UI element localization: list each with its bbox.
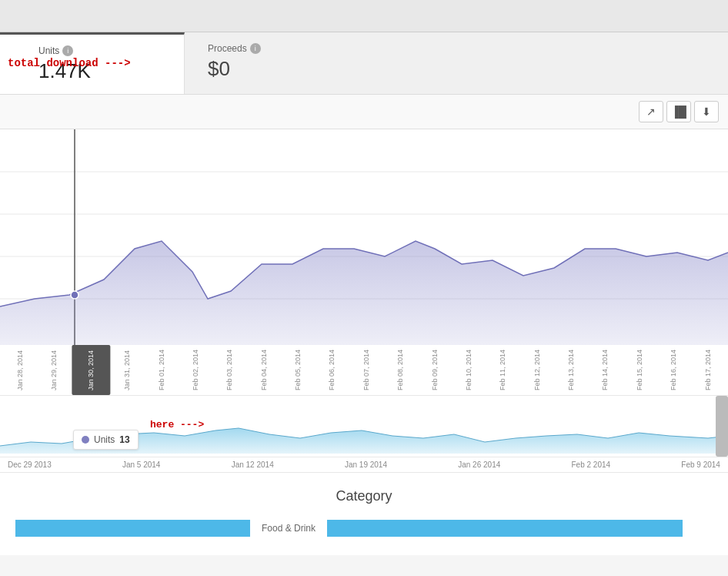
stats-row: total download ---> Units i 1.47K Procee… [0, 32, 728, 95]
tooltip-value: 13 [119, 434, 129, 445]
x-axis-label-17: Feb 14, 2014 [588, 345, 622, 395]
total-download-label: total download ---> [8, 57, 131, 69]
svg-point-5 [71, 291, 78, 299]
x-axis-label-10: Feb 07, 2014 [349, 345, 383, 395]
x-axis-label-20: Feb 17, 2014 [691, 345, 725, 395]
x-axis-label-11: Feb 08, 2014 [383, 345, 417, 395]
mini-scroll-handle[interactable] [716, 396, 728, 457]
x-axis-label-8: Feb 05, 2014 [281, 345, 315, 395]
mini-chart-labels: Dec 29 2013Jan 5 2014Jan 12 2014Jan 19 2… [0, 457, 728, 472]
x-axis-label-3: Jan 31, 2014 [110, 345, 144, 395]
proceeds-info-icon[interactable]: i [250, 43, 261, 54]
category-bar-row: Food & Drink [0, 517, 728, 540]
mini-label-6: Feb 9 2014 [681, 460, 720, 469]
line-chart-icon: ↗ [646, 105, 656, 118]
line-chart-button[interactable]: ↗ [639, 101, 663, 122]
tooltip-dot [82, 436, 89, 444]
x-axis-label-13: Feb 10, 2014 [452, 345, 486, 395]
mini-label-4: Jan 26 2014 [458, 460, 500, 469]
svg-rect-6 [215, 396, 716, 454]
x-axis-label-9: Feb 06, 2014 [315, 345, 349, 395]
x-axis-label-0: Jan 28, 2014 [3, 345, 37, 395]
x-axis: Jan 28, 2014Jan 29, 2014Jan 30, 2014Jan … [0, 345, 728, 395]
category-bar-right [327, 520, 683, 537]
mini-label-0: Dec 29 2013 [8, 460, 52, 469]
bar-chart-button[interactable]: ▐█ [666, 101, 691, 122]
x-axis-label-14: Feb 11, 2014 [486, 345, 519, 395]
x-axis-label-1: Jan 29, 2014 [37, 345, 71, 395]
download-icon: ⬇ [702, 105, 711, 118]
x-axis-label-5: Feb 02, 2014 [179, 345, 212, 395]
x-axis-label-12: Feb 09, 2014 [418, 345, 452, 395]
tooltip-label: Units [94, 434, 115, 445]
download-button[interactable]: ⬇ [694, 101, 719, 122]
mini-label-3: Jan 19 2014 [345, 460, 387, 469]
x-axis-label-19: Feb 16, 2014 [656, 345, 690, 395]
category-bar-left [15, 520, 250, 537]
main-chart [0, 129, 728, 345]
x-axis-label-7: Feb 04, 2014 [247, 345, 281, 395]
x-axis-label-6: Feb 03, 2014 [212, 345, 246, 395]
mini-label-5: Feb 2 2014 [572, 460, 611, 469]
bar-chart-icon: ▐█ [671, 105, 686, 118]
proceeds-label: Proceeds i [208, 43, 705, 54]
x-axis-label-2: Jan 30, 2014 [72, 345, 110, 395]
x-axis-label-15: Feb 12, 2014 [520, 345, 554, 395]
chart-wrapper: Units 13 Jan 28, 2014Jan 29, 2014Jan 30,… [0, 129, 728, 395]
x-axis-label-4: Feb 01, 2014 [145, 345, 179, 395]
units-info-icon[interactable]: i [62, 45, 73, 56]
mini-label-1: Jan 5 2014 [122, 460, 161, 469]
mini-label-2: Jan 12 2014 [232, 460, 274, 469]
x-axis-label-18: Feb 15, 2014 [623, 345, 656, 395]
here-label: here ---> [150, 419, 204, 430]
chart-tooltip: Units 13 [73, 430, 139, 450]
units-label: Units i [38, 45, 161, 56]
proceeds-value: $0 [208, 57, 705, 81]
top-bar [0, 0, 728, 32]
proceeds-box: Proceeds i $0 [185, 32, 728, 94]
category-section: Category Food & Drink [0, 472, 728, 555]
category-name: Food & Drink [258, 523, 319, 534]
category-title: Category [0, 488, 728, 504]
x-axis-label-16: Feb 13, 2014 [554, 345, 588, 395]
chart-toolbar: ↗ ▐█ ⬇ [0, 95, 728, 129]
